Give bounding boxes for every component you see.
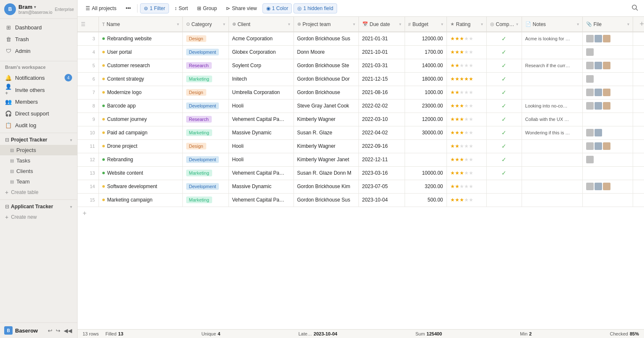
collapse-button[interactable]: ◀◀ xyxy=(63,327,73,335)
row-notes[interactable] xyxy=(522,86,582,99)
row-budget[interactable]: 500.00 xyxy=(405,193,447,207)
row-due[interactable]: 2022-12-11 xyxy=(358,153,405,166)
row-team[interactable]: Kimberly Wagner xyxy=(293,139,358,153)
row-file[interactable] xyxy=(582,32,633,45)
row-team[interactable]: Steve Gray Janet Cook xyxy=(293,99,358,113)
row-file[interactable] xyxy=(582,113,633,126)
row-team[interactable]: Gordon Brickhouse Ste xyxy=(293,59,358,72)
row-client[interactable]: Umbrella Corporation xyxy=(229,86,293,99)
row-name[interactable]: Software development xyxy=(99,180,182,193)
row-budget[interactable] xyxy=(405,153,447,166)
row-file[interactable] xyxy=(582,166,633,180)
table-row[interactable]: 11 Drone project Design Hooli Kimberly W… xyxy=(78,139,644,153)
applicant-tracker-header[interactable]: ⊟ Applicant Tracker ▾ xyxy=(0,202,77,212)
row-category[interactable]: Marketing xyxy=(182,126,229,139)
sidebar-item-direct-support[interactable]: 🎧 Direct support xyxy=(0,107,77,119)
search-button[interactable] xyxy=(630,3,640,14)
row-complete[interactable]: ✓ xyxy=(486,99,522,113)
row-due[interactable]: 2022-09-16 xyxy=(358,139,405,153)
row-notes[interactable] xyxy=(522,193,582,207)
row-notes[interactable] xyxy=(522,45,582,59)
row-rating[interactable]: ★★★★★ xyxy=(447,113,486,126)
chevron-down-icon[interactable]: ▾ xyxy=(34,5,36,9)
row-name[interactable]: Barcode app xyxy=(99,99,182,113)
table-row[interactable]: 4 User portal Development Globex Corpora… xyxy=(78,45,644,59)
row-client[interactable]: Initech xyxy=(229,72,293,86)
col-header-file[interactable]: 📎 File ▾ xyxy=(582,17,633,32)
row-client[interactable]: Hooli xyxy=(229,153,293,166)
row-team[interactable]: Kimberly Wagner Janet xyxy=(293,153,358,166)
row-name[interactable]: Rebranding website xyxy=(99,32,182,45)
table-row[interactable]: 12 Rebranding Development Hooli Kimberly… xyxy=(78,153,644,166)
row-client[interactable]: Vehement Capital Pa… xyxy=(229,113,293,126)
col-header-add[interactable]: + xyxy=(633,17,644,32)
row-team[interactable]: Susan R. Glaze Donn M xyxy=(293,166,358,180)
row-notes[interactable] xyxy=(522,166,582,180)
row-budget[interactable]: 30000.00 xyxy=(405,126,447,139)
table-row[interactable]: 10 Paid ad campaign Marketing Massive Dy… xyxy=(78,126,644,139)
row-rating[interactable]: ★★★★★ xyxy=(447,72,486,86)
col-header-team[interactable]: ⊕ Project team ▾ xyxy=(293,17,358,32)
row-due[interactable]: 2021-03-31 xyxy=(358,59,405,72)
row-rating[interactable]: ★★★★★ xyxy=(447,139,486,153)
row-file[interactable] xyxy=(582,45,633,59)
row-name[interactable]: Customer journey xyxy=(99,113,182,126)
row-due[interactable]: 2023-07-05 xyxy=(358,180,405,193)
row-category[interactable]: Design xyxy=(182,86,229,99)
share-view-button[interactable]: ⊳ Share view xyxy=(222,3,260,13)
sidebar-item-members[interactable]: 👥 Members xyxy=(0,96,77,107)
row-client[interactable]: Massive Dynamic xyxy=(229,126,293,139)
row-file[interactable] xyxy=(582,59,633,72)
row-due[interactable]: 2021-01-31 xyxy=(358,32,405,45)
row-file[interactable] xyxy=(582,180,633,193)
row-notes[interactable]: Wondering if this is … xyxy=(522,126,582,139)
row-name[interactable]: Customer research xyxy=(99,59,182,72)
row-client[interactable]: Globex Corporation xyxy=(229,45,293,59)
sidebar-item-trash[interactable]: 🗑 Trash xyxy=(0,33,77,45)
row-notes[interactable] xyxy=(522,139,582,153)
row-team[interactable]: Kimberly Wagner xyxy=(293,113,358,126)
table-row[interactable]: 8 Barcode app Development Hooli Steve Gr… xyxy=(78,99,644,113)
row-name[interactable]: Marketing campaign xyxy=(99,193,182,207)
row-due[interactable]: 2022-04-02 xyxy=(358,126,405,139)
col-header-budget[interactable]: # Budget ▾ xyxy=(405,17,447,32)
row-budget[interactable]: 3200.00 xyxy=(405,180,447,193)
table-row[interactable]: 7 Modernize logo Design Umbrella Corpora… xyxy=(78,86,644,99)
row-category[interactable]: Marketing xyxy=(182,193,229,207)
table-row[interactable]: 6 Content strategy Marketing Initech Gor… xyxy=(78,72,644,86)
row-name[interactable]: Modernize logo xyxy=(99,86,182,99)
row-due[interactable]: 2022-02-02 xyxy=(358,99,405,113)
row-due[interactable]: 2023-10-04 xyxy=(358,193,405,207)
row-name[interactable]: Website content xyxy=(99,166,182,180)
row-name[interactable]: Content strategy xyxy=(99,72,182,86)
table-row[interactable]: 15 Marketing campaign Marketing Vehement… xyxy=(78,193,644,207)
row-complete[interactable]: ✓ xyxy=(486,86,522,99)
sort-button[interactable]: ↕ Sort xyxy=(171,3,192,13)
row-name[interactable]: Drone project xyxy=(99,139,182,153)
table-row[interactable]: 5 Customer research Research Soylent Cor… xyxy=(78,59,644,72)
color-button[interactable]: ◉ 1 Color xyxy=(262,3,292,13)
row-client[interactable]: Hooli xyxy=(229,139,293,153)
sidebar-item-notifications[interactable]: 🔔 Notifications 4 xyxy=(0,71,77,84)
row-budget[interactable]: 1000.00 xyxy=(405,86,447,99)
row-team[interactable]: Gordon Brickhouse Sus xyxy=(293,193,358,207)
row-file[interactable] xyxy=(582,139,633,153)
row-notes[interactable]: Research if the curr… xyxy=(522,59,582,72)
row-due[interactable]: 2021-10-01 xyxy=(358,45,405,59)
sidebar-item-projects[interactable]: ▤ Projects xyxy=(0,145,77,155)
more-options-button[interactable]: ••• xyxy=(122,3,135,13)
row-rating[interactable]: ★★★★★ xyxy=(447,166,486,180)
table-row[interactable]: 9 Customer journey Research Vehement Cap… xyxy=(78,113,644,126)
row-complete[interactable]: ✓ xyxy=(486,72,522,86)
row-client[interactable]: Massive Dynamic xyxy=(229,180,293,193)
row-team[interactable]: Donn Moore xyxy=(293,45,358,59)
row-category[interactable]: Marketing xyxy=(182,166,229,180)
row-name[interactable]: Paid ad campaign xyxy=(99,126,182,139)
col-header-name[interactable]: T Name ▾ xyxy=(99,17,182,32)
row-category[interactable]: Development xyxy=(182,45,229,59)
col-header-rating[interactable]: ★ Rating ▾ xyxy=(447,17,486,32)
row-file[interactable] xyxy=(582,126,633,139)
row-budget[interactable]: 10000.00 xyxy=(405,166,447,180)
redo-button[interactable]: ↪ xyxy=(55,327,61,335)
create-new-link[interactable]: + Create new xyxy=(0,212,77,223)
